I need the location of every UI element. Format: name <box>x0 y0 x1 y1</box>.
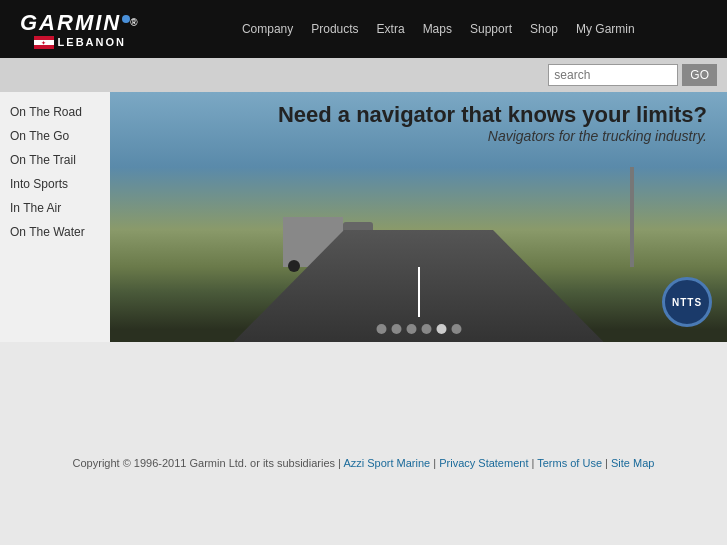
road-center-line <box>418 267 420 317</box>
slider-dot-6[interactable] <box>451 324 461 334</box>
copyright-text: Copyright © 1996-2011 Garmin Ltd. or its… <box>73 457 341 469</box>
main-nav: Company Products Extra Maps Support Shop… <box>170 22 707 36</box>
footer-link-terms[interactable]: Terms of Use <box>537 457 602 469</box>
slider-dot-3[interactable] <box>406 324 416 334</box>
sidebar-item-road[interactable]: On The Road <box>0 100 110 124</box>
garmin-dot-icon <box>122 15 130 23</box>
logo-area: GARMIN ® ✦ LEBANON <box>20 10 140 49</box>
ntts-badge: NTTS <box>662 277 712 327</box>
garmin-logo: GARMIN ® <box>20 10 140 36</box>
footer-spacer <box>0 342 727 442</box>
nav-extra[interactable]: Extra <box>377 22 405 36</box>
banner: Need a navigator that knows your limits?… <box>110 92 727 342</box>
banner-subtitle: Navigators for the trucking industry. <box>278 128 707 144</box>
banner-text-area: Need a navigator that knows your limits?… <box>278 102 707 144</box>
sidebar-item-sports[interactable]: Into Sports <box>0 172 110 196</box>
cedar-icon: ✦ <box>41 39 46 46</box>
slider-dot-1[interactable] <box>376 324 386 334</box>
lebanon-flag-icon: ✦ <box>34 36 54 49</box>
region-text: LEBANON <box>58 36 126 48</box>
powerline-illustration <box>630 167 634 267</box>
nav-support[interactable]: Support <box>470 22 512 36</box>
sidebar-item-trail[interactable]: On The Trail <box>0 148 110 172</box>
footer-link-privacy[interactable]: Privacy Statement <box>439 457 528 469</box>
nav-mygarmin[interactable]: My Garmin <box>576 22 635 36</box>
sidebar: On The Road On The Go On The Trail Into … <box>0 92 110 342</box>
sidebar-item-water[interactable]: On The Water <box>0 220 110 244</box>
sidebar-item-air[interactable]: In The Air <box>0 196 110 220</box>
slider-dots <box>376 324 461 334</box>
banner-title: Need a navigator that knows your limits? <box>278 102 707 128</box>
truck-wheel-left <box>288 260 300 272</box>
nav-maps[interactable]: Maps <box>423 22 452 36</box>
search-button[interactable]: GO <box>682 64 717 86</box>
search-input[interactable] <box>548 64 678 86</box>
footer-link-sitemap[interactable]: Site Map <box>611 457 654 469</box>
footer: Copyright © 1996-2011 Garmin Ltd. or its… <box>0 442 727 484</box>
search-bar: GO <box>0 58 727 92</box>
nav-products[interactable]: Products <box>311 22 358 36</box>
region-label: ✦ LEBANON <box>34 36 126 49</box>
slider-dot-5[interactable] <box>436 324 446 334</box>
ntts-text: NTTS <box>672 297 702 308</box>
slider-dot-4[interactable] <box>421 324 431 334</box>
nav-shop[interactable]: Shop <box>530 22 558 36</box>
trademark-symbol: ® <box>130 17 139 28</box>
garmin-wordmark: GARMIN <box>20 10 121 36</box>
footer-link-azzi[interactable]: Azzi Sport Marine <box>343 457 430 469</box>
slider-dot-2[interactable] <box>391 324 401 334</box>
main-content: On The Road On The Go On The Trail Into … <box>0 92 727 342</box>
nav-company[interactable]: Company <box>242 22 293 36</box>
sidebar-item-go[interactable]: On The Go <box>0 124 110 148</box>
banner-background: Need a navigator that knows your limits?… <box>110 92 727 342</box>
header: GARMIN ® ✦ LEBANON Company Products Extr… <box>0 0 727 58</box>
